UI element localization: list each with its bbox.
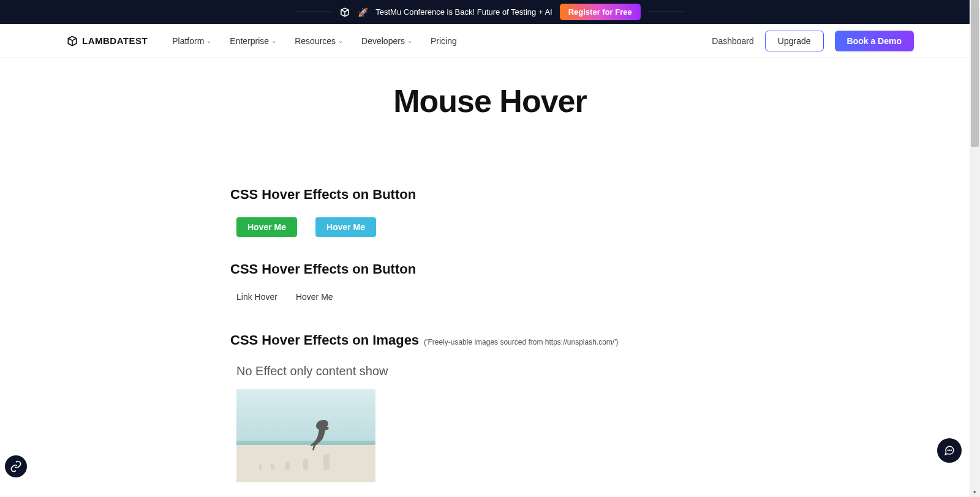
- image-post: [323, 454, 330, 470]
- brand-logo[interactable]: LAMBDATEST: [66, 35, 148, 47]
- link-hover[interactable]: Link Hover: [236, 292, 277, 302]
- section-heading-links: CSS Hover Effects on Button: [230, 261, 782, 277]
- image-post: [285, 461, 290, 470]
- brand-glyph-icon: [339, 7, 350, 18]
- hover-me-link[interactable]: Hover Me: [296, 292, 333, 302]
- page-body: Mouse Hover CSS Hover Effects on Button …: [0, 58, 980, 497]
- register-button[interactable]: Register for Free: [560, 4, 641, 20]
- chevron-down-icon: ⌄: [338, 37, 343, 44]
- nav-label: Resources: [295, 36, 336, 46]
- content-column: CSS Hover Effects on Button Hover Me Hov…: [230, 187, 782, 497]
- page-title: Mouse Hover: [0, 83, 980, 119]
- decorative-line: [648, 12, 685, 12]
- announcement-bar: 🚀 TestMu Conference is Back! Future of T…: [0, 0, 980, 24]
- section-heading-buttons: CSS Hover Effects on Button: [230, 187, 782, 203]
- scrollbar-thumb[interactable]: [971, 0, 979, 147]
- hover-link-row: Link Hover Hover Me: [236, 292, 782, 302]
- accessibility-widget-button[interactable]: [5, 455, 27, 477]
- chevron-down-icon: ⌄: [206, 37, 211, 44]
- svg-point-0: [948, 450, 948, 450]
- decorative-line: [295, 12, 332, 12]
- upgrade-button[interactable]: Upgrade: [765, 31, 824, 51]
- nav-label: Enterprise: [230, 36, 269, 46]
- nav-item-pricing[interactable]: Pricing: [431, 36, 457, 46]
- chevron-down-icon: ⌄: [407, 37, 412, 44]
- image-post: [303, 459, 308, 470]
- nav-right: Dashboard Upgrade Book a Demo: [712, 31, 914, 51]
- nav-label: Developers: [361, 36, 405, 46]
- nav-label: Pricing: [431, 36, 457, 46]
- image-post: [271, 463, 274, 470]
- link-icon: [10, 460, 22, 473]
- nav-item-resources[interactable]: Resources ⌄: [295, 36, 343, 46]
- nav-item-developers[interactable]: Developers ⌄: [361, 36, 412, 46]
- chat-widget-button[interactable]: [937, 438, 962, 463]
- nav-item-enterprise[interactable]: Enterprise ⌄: [230, 36, 276, 46]
- images-heading-row: CSS Hover Effects on Images ('Freely-usa…: [230, 332, 782, 348]
- announcement-text: TestMu Conference is Back! Future of Tes…: [375, 7, 552, 17]
- subheading-no-effect: No Effect only content show: [236, 364, 782, 378]
- scrollbar[interactable]: ▾: [970, 0, 980, 497]
- hover-button-green[interactable]: Hover Me: [236, 217, 297, 237]
- demo-image-no-effect[interactable]: [236, 389, 375, 482]
- hover-button-row: Hover Me Hover Me: [236, 217, 782, 237]
- nav-links: Platform ⌄ Enterprise ⌄ Resources ⌄ Deve…: [172, 36, 456, 46]
- svg-point-1: [949, 450, 950, 450]
- nav-item-platform[interactable]: Platform ⌄: [172, 36, 211, 46]
- book-demo-button[interactable]: Book a Demo: [835, 31, 914, 51]
- scrollbar-down-arrow-icon[interactable]: ▾: [970, 487, 980, 497]
- chat-icon: [944, 445, 955, 456]
- main-nav: LAMBDATEST Platform ⌄ Enterprise ⌄ Resou…: [0, 24, 980, 58]
- rocket-icon: 🚀: [358, 7, 368, 17]
- images-source-note: ('Freely-usable images sourced from http…: [424, 338, 618, 346]
- logo-icon: [66, 35, 78, 47]
- image-post: [259, 465, 262, 470]
- hover-button-blue[interactable]: Hover Me: [315, 217, 376, 237]
- nav-label: Platform: [172, 36, 204, 46]
- chevron-down-icon: ⌄: [271, 37, 276, 44]
- pelican-icon: [306, 415, 333, 452]
- dashboard-link[interactable]: Dashboard: [712, 36, 754, 46]
- brand-name: LAMBDATEST: [82, 36, 148, 46]
- svg-point-2: [951, 450, 952, 450]
- section-heading-images: CSS Hover Effects on Images: [230, 332, 419, 348]
